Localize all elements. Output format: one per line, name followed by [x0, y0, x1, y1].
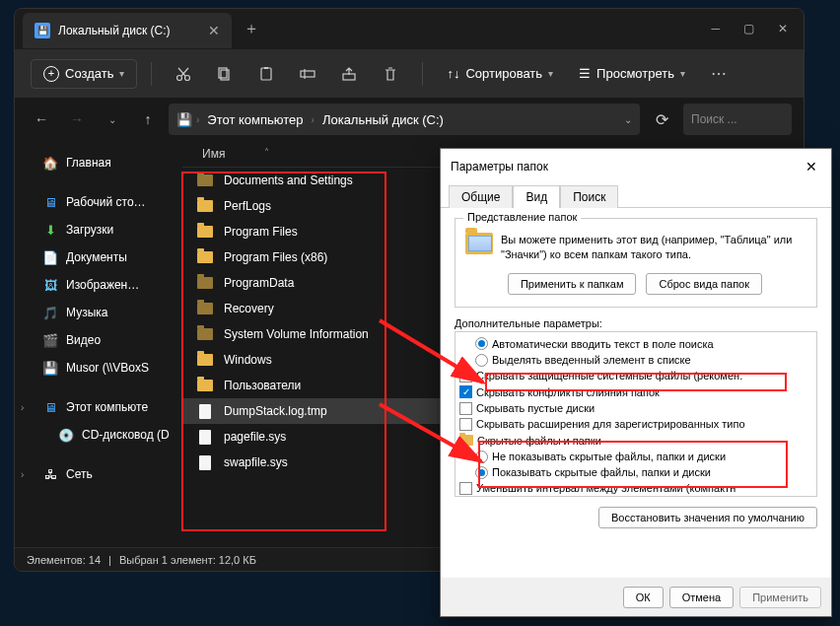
svg-point-1	[185, 75, 190, 80]
sidebar-item-pictures[interactable]: 🖼Изображен…	[19, 271, 178, 299]
close-window-icon[interactable]: ✕	[778, 22, 788, 35]
adv-label: Не показывать скрытые файлы, папки и дис…	[492, 450, 726, 463]
rename-button[interactable]	[290, 56, 325, 92]
dialog-title: Параметры папок	[451, 160, 548, 174]
checkbox-icon[interactable]	[459, 370, 472, 383]
svg-rect-8	[301, 71, 315, 77]
checkbox-icon[interactable]: ✓	[459, 385, 472, 398]
forward-button[interactable]: →	[62, 104, 92, 134]
delete-button[interactable]	[373, 56, 408, 92]
adv-hide-empty[interactable]: Скрывать пустые диски	[457, 400, 814, 416]
folder-icon	[196, 224, 214, 240]
adv-label: Выделять введенный элемент в списке	[492, 353, 691, 367]
apply-to-folders-button[interactable]: Применить к папкам	[508, 273, 637, 295]
chevron-down-icon[interactable]: ⌄	[624, 114, 632, 125]
recent-dropdown[interactable]: ⌄	[98, 104, 127, 134]
sidebar-item-videos[interactable]: 🎬Видео	[19, 326, 178, 354]
apply-button[interactable]: Применить	[739, 587, 821, 608]
cut-button[interactable]	[166, 56, 201, 92]
sidebar-label: CD-дисковод (D	[82, 428, 170, 442]
sidebar-item-home[interactable]: 🏠Главная	[19, 149, 178, 176]
maximize-icon[interactable]: ▢	[743, 22, 754, 35]
adv-hide-protected[interactable]: Скрывать защищенные системные файлы (рек…	[457, 368, 814, 383]
adv-auto-type[interactable]: Автоматически вводить текст в поле поиск…	[457, 336, 814, 352]
disc-icon: 💿	[58, 427, 74, 443]
reset-folders-button[interactable]: Сброс вида папок	[646, 273, 762, 295]
sidebar-label: Этот компьюте	[66, 400, 148, 414]
status-selection: Выбран 1 элемент: 12,0 КБ	[119, 554, 256, 566]
close-icon[interactable]: ✕	[802, 157, 821, 176]
copy-button[interactable]	[207, 56, 243, 92]
folder-icon	[196, 326, 214, 342]
adv-hidden-on[interactable]: Показывать скрытые файлы, папки и диски	[457, 464, 814, 480]
sidebar-item-cdrom[interactable]: 💿CD-дисковод (D	[19, 421, 178, 449]
file-name: swapfile.sys	[224, 455, 288, 469]
folder-icon	[196, 198, 214, 214]
sort-dropdown[interactable]: ↑↓ Сортировать ▾	[437, 60, 563, 87]
status-sep: |	[108, 554, 111, 566]
new-tab-button[interactable]: ＋	[244, 19, 259, 39]
file-name: ProgramData	[224, 276, 294, 290]
search-input[interactable]: Поиск ...	[683, 104, 792, 135]
file-icon	[196, 403, 214, 419]
cancel-button[interactable]: Отмена	[669, 587, 734, 608]
file-name: Program Files	[224, 225, 298, 239]
checkbox-icon[interactable]	[459, 418, 472, 431]
sidebar-item-documents[interactable]: 📄Документы	[19, 243, 178, 271]
svg-point-0	[177, 75, 182, 80]
tab-view[interactable]: Вид	[513, 185, 560, 208]
radio-icon[interactable]	[475, 451, 488, 463]
sidebar-label: Сеть	[66, 467, 93, 481]
refresh-button[interactable]: ⟳	[646, 104, 677, 135]
radio-icon[interactable]	[475, 466, 488, 479]
chevron-right-icon[interactable]: ›	[21, 469, 24, 480]
sidebar-item-music[interactable]: 🎵Музыка	[19, 299, 178, 326]
radio-icon[interactable]	[475, 354, 488, 367]
address-bar[interactable]: 💾 › Этот компьютер › Локальный диск (C:)…	[169, 104, 640, 135]
file-name: System Volume Information	[224, 327, 369, 341]
chevron-right-icon[interactable]: ›	[21, 402, 24, 413]
sidebar-item-network[interactable]: ›🖧Сеть	[19, 460, 178, 488]
up-button[interactable]: ↑	[133, 104, 163, 134]
share-button[interactable]	[331, 56, 367, 92]
folder-views-group: Представление папок Вы можете применить …	[455, 218, 817, 308]
adv-select-typed[interactable]: Выделять введенный элемент в списке	[457, 352, 814, 368]
toolbar: + Создать ▾ ↑↓ Сортировать ▾ ☰ Просмотре…	[15, 48, 804, 98]
video-icon: 🎬	[42, 332, 58, 348]
breadcrumb-root[interactable]: Этот компьютер	[203, 110, 307, 129]
checkbox-icon[interactable]	[459, 482, 472, 495]
paste-button[interactable]	[248, 56, 284, 92]
adv-hide-ext[interactable]: Скрывать расширения для зарегистрированн…	[457, 416, 814, 432]
folder-icon	[196, 173, 214, 188]
advanced-settings-list[interactable]: Автоматически вводить текст в поле поиск…	[455, 331, 817, 497]
adv-label: Скрывать расширения для зарегистрированн…	[476, 417, 745, 431]
adv-compact[interactable]: Уменьшить интервал между элементами (ком…	[457, 480, 814, 496]
tab-search[interactable]: Поиск	[560, 185, 618, 208]
breadcrumb-drive[interactable]: Локальный диск (C:)	[318, 110, 448, 129]
tab-general[interactable]: Общие	[449, 185, 513, 208]
sidebar-item-desktop[interactable]: 🖥Рабочий сто…	[19, 188, 178, 216]
minimize-icon[interactable]: ─	[711, 22, 720, 35]
radio-icon[interactable]	[475, 337, 488, 350]
adv-hidden-off[interactable]: Не показывать скрытые файлы, папки и дис…	[457, 449, 814, 464]
view-icon: ☰	[579, 66, 591, 81]
new-button[interactable]: + Создать ▾	[31, 59, 137, 89]
sidebar-item-downloads[interactable]: ⬇Загрузки	[19, 216, 178, 243]
column-name[interactable]: Имя	[202, 147, 225, 161]
view-dropdown[interactable]: ☰ Просмотреть ▾	[569, 60, 695, 87]
sidebar-item-musor[interactable]: 💾Musor (\\VBoxS	[19, 354, 178, 382]
network-drive-icon: 💾	[42, 360, 58, 376]
titlebar: 💾 Локальный диск (C:) ✕ ＋ ─ ▢ ✕	[15, 9, 804, 48]
ok-button[interactable]: ОК	[623, 587, 664, 608]
more-button[interactable]: ⋯	[701, 56, 736, 92]
folder-icon	[196, 275, 214, 291]
active-tab[interactable]: 💾 Локальный диск (C:) ✕	[23, 13, 232, 48]
adv-label: Автоматически вводить текст в поле поиск…	[492, 337, 714, 351]
file-name: Documents and Settings	[224, 174, 353, 187]
sidebar-item-thispc[interactable]: ›🖥Этот компьюте	[19, 393, 178, 421]
adv-hide-merge[interactable]: ✓Скрывать конфликты слияния папок	[457, 384, 814, 400]
close-tab-icon[interactable]: ✕	[208, 23, 220, 38]
restore-defaults-button[interactable]: Восстановить значения по умолчанию	[598, 507, 817, 528]
checkbox-icon[interactable]	[459, 402, 472, 415]
back-button[interactable]: ←	[27, 104, 56, 134]
